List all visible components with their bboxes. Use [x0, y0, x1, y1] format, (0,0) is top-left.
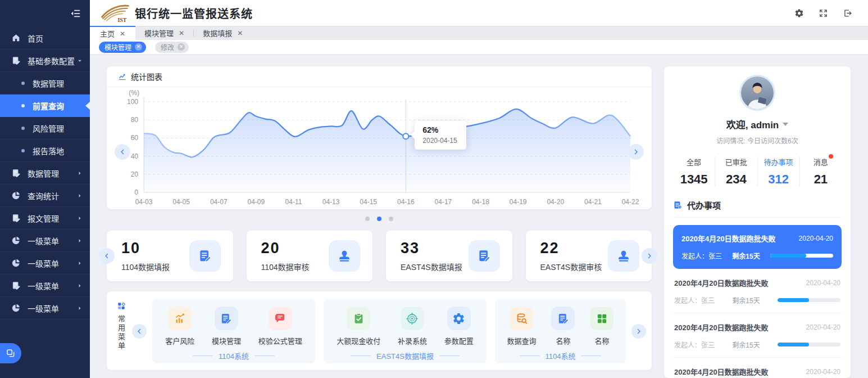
- logout-icon[interactable]: [843, 8, 852, 18]
- svg-text:100: 100: [127, 98, 138, 106]
- dot-active[interactable]: [377, 217, 381, 221]
- menu-item-supplement-system[interactable]: 补录系统: [398, 307, 427, 346]
- chip-close-icon[interactable]: ✕: [178, 43, 185, 51]
- close-icon[interactable]: ✕: [120, 30, 125, 38]
- group-footer-label: 1104系统: [546, 350, 576, 361]
- chip-edit[interactable]: 修改 ✕: [155, 42, 189, 53]
- sidebar-item-data-mgmt[interactable]: 数据管理: [0, 162, 90, 184]
- close-icon[interactable]: ✕: [179, 29, 184, 37]
- stat-label: 1104数据审核: [261, 261, 310, 272]
- todo-title: 2020年4月20日数据跑批失败: [674, 366, 769, 377]
- stat-card-east4s-review[interactable]: 22 EAST4S数据审核: [526, 231, 652, 281]
- menu-item-label: 大额现金收付: [337, 335, 380, 346]
- sidebar-item-home[interactable]: 首页: [0, 27, 90, 50]
- bullet-icon: [21, 82, 25, 85]
- sidebar-item-query-stats[interactable]: 查询统计: [0, 184, 90, 207]
- caret-down-icon[interactable]: [783, 123, 788, 129]
- dot[interactable]: [389, 217, 393, 221]
- caret-right-icon: [76, 192, 83, 199]
- menu-group-east4s: 大额现金收付 补录系统 参数配置 EAST4S数据填报: [324, 299, 487, 363]
- chevron-left-icon: [119, 148, 126, 155]
- chart-prev-button[interactable]: [115, 144, 130, 160]
- line-chart[interactable]: 020406080100(%)04-0304-0504-0704-0904-11…: [111, 89, 645, 209]
- avatar[interactable]: [739, 75, 775, 111]
- quick-menu-next-button[interactable]: [631, 324, 646, 339]
- chip-close-icon[interactable]: ✕: [135, 43, 142, 51]
- todo-item-active[interactable]: 2020年4月20日数据跑批失败 2020-04-20 发起人：张三 剩余15天: [673, 225, 842, 269]
- sidebar-item-level1-menu-3[interactable]: 一级菜单: [0, 274, 90, 297]
- menu-item-label: 校验公式管理: [258, 335, 302, 346]
- topbar-actions: [794, 8, 852, 18]
- svg-text:04-18: 04-18: [472, 198, 489, 206]
- tab-module-mgmt[interactable]: 模块管理 ✕: [135, 26, 193, 40]
- bullet-icon: [21, 127, 25, 130]
- stat-approved[interactable]: 已审批 234: [715, 156, 757, 187]
- chip-module-mgmt[interactable]: 模块管理 ✕: [99, 42, 146, 53]
- sidebar-subitem-data-mgmt[interactable]: 数据管理: [0, 72, 90, 94]
- quick-menu-prev-button[interactable]: [132, 324, 147, 339]
- chart-area: 020406080100(%)04-0304-0504-0704-0904-11…: [107, 87, 652, 209]
- svg-text:04-05: 04-05: [172, 198, 190, 206]
- chart-card-title: 统计图表: [131, 71, 162, 82]
- stat-card-1104-fill[interactable]: 10 1104数据填报: [107, 231, 233, 281]
- sidebar-item-label: 一级菜单: [28, 235, 59, 246]
- breadcrumb-chip-bar: 模块管理 ✕ 修改 ✕: [90, 40, 868, 55]
- settings-icon[interactable]: [794, 8, 804, 18]
- sidebar-subitem-pre-query[interactable]: 前置查询: [0, 94, 90, 117]
- caret-down-icon: [76, 57, 83, 64]
- sidebar-item-base-config[interactable]: 基础参数配置: [0, 50, 90, 72]
- dot[interactable]: [365, 217, 370, 221]
- quick-menu-groups: 客户风险 模块管理 校验公式管理 1104系统: [152, 299, 626, 363]
- tab-home[interactable]: 主页 ✕: [90, 26, 135, 40]
- sidebar-item-level1-menu-1[interactable]: 一级菜单: [0, 230, 90, 252]
- sidebar-collapse-icon[interactable]: [70, 8, 81, 19]
- stamp-icon: [329, 240, 360, 272]
- menu-item-cash-payment[interactable]: 大额现金收付: [337, 307, 380, 346]
- menu-item-formula-check[interactable]: 校验公式管理: [258, 307, 302, 346]
- menu-item-param-config[interactable]: 参数配置: [444, 307, 474, 346]
- sidebar-item-level1-menu-4[interactable]: 一级菜单: [0, 297, 90, 320]
- sidebar-item-label: 一级菜单: [28, 280, 59, 291]
- layout-switch-button[interactable]: [0, 343, 21, 363]
- sidebar-item-label: 数据管理: [28, 168, 59, 179]
- quick-menu-title: 常用菜单: [116, 315, 126, 351]
- stat-row-prev-button[interactable]: [99, 248, 115, 264]
- stat-value: 22: [540, 240, 602, 257]
- menu-item-label: 补录系统: [398, 335, 427, 346]
- menu-item-customer-risk[interactable]: 客户风险: [165, 307, 194, 346]
- stat-card-east4s-fill[interactable]: 33 EAST4S数据填报: [386, 231, 512, 281]
- sidebar-subitem-report-landing[interactable]: 报告落地: [0, 140, 90, 162]
- todo-remaining: 剩余15天: [732, 340, 760, 349]
- tab-data-fill[interactable]: 数据填报 ✕: [194, 26, 252, 40]
- menu-group-1104-2: 数据查询 名称 名称 1104系统: [495, 299, 626, 363]
- todo-list-icon: [673, 200, 683, 210]
- stat-all[interactable]: 全部 1345: [673, 156, 715, 187]
- user-stats-row: 全部 1345 已审批 234 待办事项 312 消息 21: [673, 156, 842, 187]
- svg-text:04-21: 04-21: [584, 198, 602, 206]
- todo-item[interactable]: 2020年4月20日数据跑批失败 2020-04-20 发起人：张三 剩余15天: [673, 269, 842, 313]
- switch-icon: [6, 348, 16, 358]
- svg-text:04-13: 04-13: [322, 198, 340, 206]
- logo-text: IST: [117, 17, 126, 23]
- menu-item-data-query[interactable]: 数据查询: [507, 307, 536, 346]
- svg-text:04-11: 04-11: [285, 198, 302, 206]
- stat-card-1104-review[interactable]: 20 1104数据审核: [247, 231, 373, 281]
- stat-pending[interactable]: 待办事项 312: [757, 156, 799, 187]
- todo-item[interactable]: 2020年4月20日数据跑批失败 2020-04-20 发起人：张三 剩余4天: [673, 358, 842, 378]
- todo-item[interactable]: 2020年4月20日数据跑批失败 2020-04-20 发起人：张三 剩余15天: [673, 313, 842, 358]
- menu-item-module-mgmt[interactable]: 模块管理: [212, 307, 241, 346]
- fullscreen-icon[interactable]: [819, 8, 828, 18]
- chart-next-button[interactable]: [628, 144, 644, 160]
- sidebar-item-message-mgmt[interactable]: 报文管理: [0, 207, 90, 230]
- close-icon[interactable]: ✕: [237, 29, 243, 37]
- stat-row-next-button[interactable]: [642, 248, 657, 264]
- menu-item-label: 参数配置: [444, 335, 474, 346]
- carousel-dots: [107, 217, 652, 221]
- stat-messages[interactable]: 消息 21: [799, 156, 842, 187]
- menu-item-name-1[interactable]: 名称: [551, 307, 575, 346]
- sidebar-subitem-risk-mgmt[interactable]: 风险管理: [0, 117, 90, 140]
- chart-up-icon: [168, 307, 192, 330]
- menu-item-name-2[interactable]: 名称: [590, 307, 613, 346]
- todo-date: 2020-04-20: [806, 368, 840, 376]
- sidebar-item-level1-menu-2[interactable]: 一级菜单: [0, 252, 90, 274]
